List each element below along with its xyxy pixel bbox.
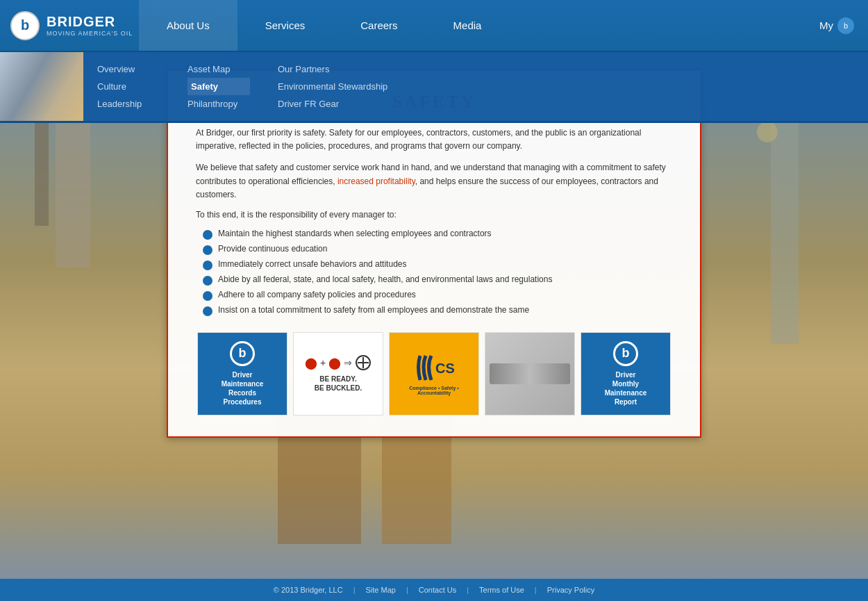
dropdown-philanthropy[interactable]: Philanthropy [187,95,250,113]
bullet-3: Immediately correct unsafe behaviors and… [203,257,672,272]
dropdown-culture[interactable]: Culture [97,78,160,95]
gray-bar [490,363,569,384]
footer: © 2013 Bridger, LLC | Site Map | Contact… [0,579,868,601]
dropdown-overview[interactable]: Overview [97,60,160,78]
card-b-icon-5: b [613,341,638,366]
nav-media[interactable]: Media [426,0,510,51]
increased-profitability-link[interactable]: increased profitability [337,176,415,186]
footer-terms[interactable]: Terms of Use [479,586,524,594]
gray-card-inner [485,333,574,415]
header: b Bridger MOVING AMERICA'S OIL About Us … [0,0,868,52]
csa-arcs: CSA [397,352,471,383]
bullet-6: Insist on a total commitment to safety f… [203,303,672,318]
bullet-dot-6 [203,306,212,316]
dropdown-col-2: Asset Map Safety Philanthropy [174,52,264,121]
card-be-buckled[interactable]: ⬤ + ⬤ ⇒ BE READY.BE BUCKLED. [293,332,383,415]
seatbelt-content: ⬤ + ⬤ ⇒ BE READY.BE BUCKLED. [305,354,372,393]
safety-content-panel: SAFETY At Bridger, our first priority is… [167,69,701,438]
safety-para-2: We believe that safety and customer serv… [196,161,672,201]
dropdown-driver-fr-gear[interactable]: Driver FR Gear [278,95,387,113]
csa-logo-svg: CSA [413,352,455,383]
nav-careers[interactable]: Careers [333,0,425,51]
footer-contact[interactable]: Contact Us [419,586,456,594]
nav-my[interactable]: My b [806,17,868,34]
card-label-5: DriverMonthlyMaintenanceReport [605,370,647,406]
svg-text:CSA: CSA [435,361,455,376]
footer-copyright: © 2013 Bridger, LLC [274,586,343,594]
bullet-dot-2 [203,245,212,255]
card-csa[interactable]: CSA Compliance • Safety • Accountability [389,332,479,415]
bullet-dot-5 [203,291,212,301]
bullet-dot-3 [203,261,212,270]
footer-sitemap[interactable]: Site Map [366,586,396,594]
logo-icon: b [10,11,40,40]
my-icon: b [837,17,854,34]
seatbelt-icons: ⬤ + ⬤ ⇒ [305,354,372,371]
bullet-dot-4 [203,276,212,286]
nav-about-us[interactable]: About Us [139,0,237,51]
safety-cards-row: b DriverMaintenanceRecordsProcedures ⬤ +… [196,332,672,415]
body-area: SAFETY At Bridger, our first priority is… [0,52,868,579]
bullet-1: Maintain the highest standards when sele… [203,227,672,242]
bullet-5: Adhere to all company safety policies an… [203,288,672,303]
card-driver-maintenance-records[interactable]: b DriverMaintenanceRecordsProcedures [197,332,287,415]
dropdown-menu: Overview Culture Leadership Asset Map Sa… [0,52,868,123]
dropdown-col-3: Our Partners Environmental Stewardship D… [264,52,401,121]
nav-services[interactable]: Services [237,0,333,51]
dropdown-asset-map[interactable]: Asset Map [187,60,250,78]
card-image[interactable] [485,332,575,415]
csa-sublabel: Compliance • Safety • Accountability [397,386,471,395]
bullet-2: Provide continuous education [203,242,672,257]
dropdown-our-partners[interactable]: Our Partners [278,60,387,78]
card-b-icon-1: b [230,341,255,366]
dropdown-safety[interactable]: Safety [187,78,250,95]
be-ready-label: BE READY.BE BUCKLED. [315,374,362,393]
dropdown-thumbnail [0,52,83,121]
brand-name: Bridger [47,14,133,30]
safety-para-3: To this end, it is the responsibility of… [196,210,672,220]
safety-para-1: At Bridger, our first priority is safety… [196,126,672,153]
brand-tagline: MOVING AMERICA'S OIL [47,30,133,37]
bullet-dot-1 [203,230,212,240]
dropdown-leadership[interactable]: Leadership [97,95,160,113]
card-driver-monthly-report[interactable]: b DriverMonthlyMaintenanceReport [581,332,671,415]
dropdown-col-1: Overview Culture Leadership [83,52,174,121]
buckle-icon [355,354,372,371]
card-label-1: DriverMaintenanceRecordsProcedures [222,370,264,406]
dropdown-env-stewardship[interactable]: Environmental Stewardship [278,78,387,95]
main-nav: About Us Services Careers Media My b [139,0,868,51]
csa-content: CSA Compliance • Safety • Accountability [397,352,471,395]
logo-text: Bridger MOVING AMERICA'S OIL [47,14,133,37]
safety-bullet-list: Maintain the highest standards when sele… [196,227,672,318]
bullet-4: Abide by all federal, state, and local s… [203,272,672,288]
footer-privacy[interactable]: Privacy Policy [547,586,594,594]
logo-area: b Bridger MOVING AMERICA'S OIL [0,11,139,40]
